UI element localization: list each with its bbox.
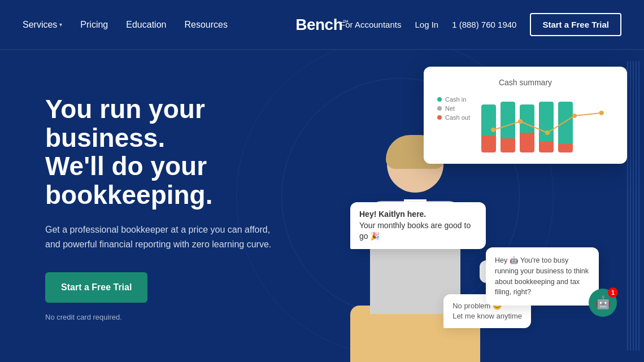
nav-resources-label: Resources xyxy=(184,20,227,30)
bar-bottom-1 xyxy=(481,136,496,152)
nav-resources[interactable]: Resources xyxy=(184,20,227,30)
legend-label-cashin: Cash in xyxy=(445,96,466,103)
chat-bubble-bot: Hey 🤖 You're too busy running your busin… xyxy=(486,247,599,306)
hero-title-line1: You run your business. xyxy=(45,94,205,152)
legend-dot-red xyxy=(437,115,442,120)
brand-logo[interactable]: Bench™ xyxy=(295,16,349,34)
hero-title: You run your business. We'll do your boo… xyxy=(45,95,328,209)
bot-widget-button[interactable]: 🤖 1 xyxy=(589,289,617,317)
hero-content: You run your business. We'll do your boo… xyxy=(45,84,328,321)
legend-net: Net xyxy=(437,105,470,112)
chat-kaitlyn-message: Your monthly books are good to go 🎉 xyxy=(359,221,471,241)
bot-badge: 1 xyxy=(608,287,618,298)
brand-trademark: ™ xyxy=(342,18,349,25)
bar-group-5 xyxy=(558,102,573,152)
bar-top-4 xyxy=(539,102,554,141)
nav-cta-button[interactable]: Start a Free Trial xyxy=(530,13,621,36)
legend-dot-green xyxy=(437,97,442,102)
nav-phone[interactable]: 1 (888) 760 1940 xyxy=(452,20,516,29)
chat-bubble-kaitlyn: Hey! Kaitlyn here. Your monthly books ar… xyxy=(350,202,486,249)
nav-for-accountants[interactable]: For Accountants xyxy=(340,20,401,29)
hero-title-line2: We'll do your bookkeeping. xyxy=(45,151,212,210)
bar-group-4 xyxy=(539,102,554,152)
bar-chart-area xyxy=(481,96,613,152)
bar-top-3 xyxy=(520,104,534,133)
nav-pricing-label: Pricing xyxy=(80,20,108,30)
nav-education-label: Education xyxy=(126,20,166,30)
nav-right: For Accountants Log In 1 (888) 760 1940 … xyxy=(340,13,621,36)
hero-note: No credit card required. xyxy=(45,313,328,321)
cash-summary-card: Cash summary Cash in Net Cash out xyxy=(424,67,627,164)
nav-education[interactable]: Education xyxy=(126,20,166,30)
bot-icon: 🤖 xyxy=(595,295,611,310)
chat-bot-message: Hey 🤖 You're too busy running your busin… xyxy=(495,256,589,296)
nav-login[interactable]: Log In xyxy=(415,20,438,29)
chevron-down-icon: ▾ xyxy=(59,21,62,28)
chart-legend: Cash in Net Cash out xyxy=(437,96,470,121)
bar-bottom-2 xyxy=(501,138,515,152)
nav-services[interactable]: Services ▾ xyxy=(23,20,62,30)
nav-pricing[interactable]: Pricing xyxy=(80,20,108,30)
bar-top-2 xyxy=(501,102,515,138)
chat-noproblem-line2: Let me know anytime xyxy=(452,312,522,320)
chart-bars xyxy=(481,96,613,152)
legend-label-net: Net xyxy=(445,105,455,112)
legend-dot-gray xyxy=(437,106,442,111)
hero-section: You run your business. We'll do your boo… xyxy=(0,50,644,362)
bar-top-5 xyxy=(558,102,573,144)
bar-group-2 xyxy=(501,102,515,152)
brand-name: Bench xyxy=(295,16,342,33)
nav-services-label: Services xyxy=(23,20,57,30)
bar-bottom-4 xyxy=(539,141,554,152)
nav-left: Services ▾ Pricing Education Resources xyxy=(23,20,228,30)
legend-label-cashout: Cash out xyxy=(445,114,470,121)
bar-group-3 xyxy=(520,104,534,152)
bar-bottom-5 xyxy=(558,144,573,152)
legend-cash-out: Cash out xyxy=(437,114,470,121)
hero-subtitle: Get a professional bookkeeper at a price… xyxy=(45,223,282,251)
chat-sender-name: Hey! Kaitlyn here. xyxy=(359,210,426,219)
bar-group-1 xyxy=(481,104,496,152)
navbar: Services ▾ Pricing Education Resources B… xyxy=(0,0,644,50)
legend-cash-in: Cash in xyxy=(437,96,470,103)
cash-summary-title: Cash summary xyxy=(437,78,613,87)
bar-top-1 xyxy=(481,104,496,136)
bar-bottom-3 xyxy=(520,133,534,152)
hero-cta-button[interactable]: Start a Free Trial xyxy=(45,272,147,303)
